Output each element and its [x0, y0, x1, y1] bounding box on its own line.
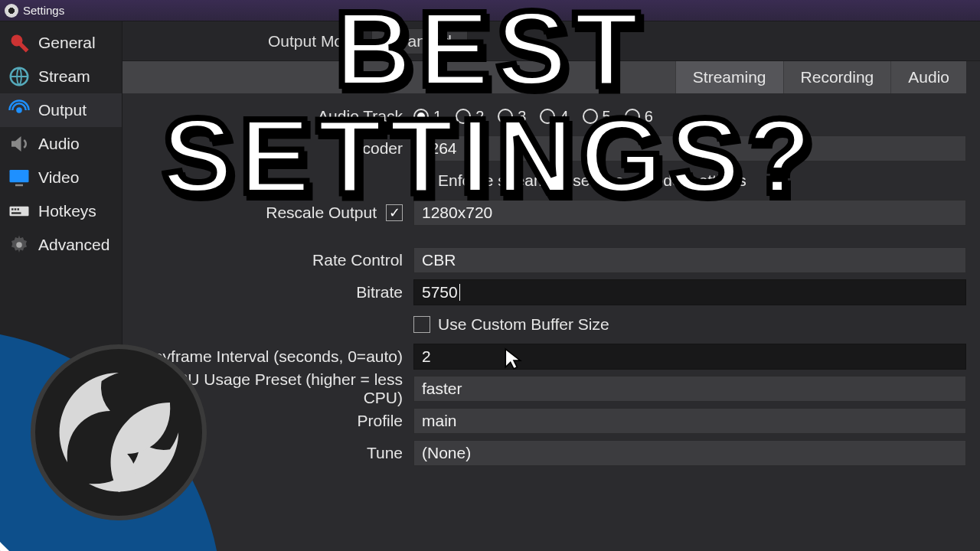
tab-recording[interactable]: Recording [783, 61, 891, 93]
bitrate-label: Bitrate [122, 283, 413, 302]
encoder-select[interactable]: x264 [413, 135, 966, 161]
audio-track-radios: 1 2 3 4 5 6 [413, 108, 966, 126]
svg-rect-6 [15, 208, 17, 210]
svg-point-1 [16, 107, 22, 113]
speaker-icon [6, 131, 32, 157]
sidebar-item-stream[interactable]: Stream [0, 60, 122, 93]
output-mode-select[interactable]: Advanced [371, 28, 467, 54]
sidebar-item-label: Stream [38, 67, 90, 86]
tune-select[interactable]: (None) [413, 440, 966, 466]
audio-track-1-radio[interactable] [413, 109, 429, 124]
audio-track-2-radio[interactable] [456, 109, 471, 124]
audio-track-4-radio[interactable] [540, 109, 555, 124]
sidebar-item-video[interactable]: Video [0, 161, 122, 194]
sidebar-item-audio[interactable]: Audio [0, 127, 122, 161]
window-titlebar: Settings [0, 0, 980, 21]
keyboard-icon [6, 198, 32, 224]
rescale-output-checkbox[interactable] [386, 204, 403, 221]
broadcast-icon [6, 97, 32, 123]
tab-streaming[interactable]: Streaming [675, 61, 783, 93]
svg-rect-3 [15, 184, 23, 187]
audio-track-5-radio[interactable] [583, 109, 598, 124]
sidebar-item-general[interactable]: General [0, 26, 122, 60]
profile-label: Profile [122, 412, 413, 430]
audio-track-6-radio[interactable] [625, 109, 640, 124]
enforce-encoder-checkbox[interactable] [413, 172, 430, 189]
sidebar-item-output[interactable]: Output [0, 93, 122, 127]
sidebar-item-label: Audio [38, 135, 80, 153]
audio-track-label: Audio Track [122, 107, 413, 126]
custom-buffer-label: Use Custom Buffer Size [438, 315, 609, 334]
sidebar-item-advanced[interactable]: Advanced [0, 228, 122, 262]
output-mode-label: Output Mode [268, 32, 361, 51]
output-settings-panel: Streaming Recording Audio Audio Track 1 … [122, 61, 980, 551]
cpu-preset-select[interactable]: faster [413, 376, 966, 402]
app-icon [5, 4, 18, 18]
wrench-icon [6, 30, 32, 56]
output-tabs: Streaming Recording Audio [122, 61, 966, 93]
audio-track-3-radio[interactable] [498, 109, 513, 124]
gear-icon [6, 232, 32, 258]
window-title: Settings [23, 4, 64, 17]
svg-rect-7 [18, 208, 20, 210]
bitrate-input[interactable]: 5750 [413, 279, 966, 305]
sidebar-item-label: Video [38, 168, 79, 187]
sidebar-item-label: Hotkeys [38, 202, 96, 220]
svg-rect-2 [10, 170, 29, 182]
rescale-output-label: Rescale Output [266, 204, 377, 222]
keyframe-input[interactable]: 2 [413, 344, 966, 370]
settings-sidebar: General Stream Output Audio Video Hotkey… [0, 21, 122, 551]
svg-rect-5 [11, 208, 14, 210]
rate-control-select[interactable]: CBR [413, 247, 966, 273]
sidebar-item-label: Output [38, 101, 87, 119]
cpu-preset-label: CPU Usage Preset (higher = less CPU) [122, 370, 413, 407]
tune-label: Tune [122, 444, 413, 462]
svg-rect-4 [10, 207, 29, 217]
profile-select[interactable]: main [413, 408, 966, 434]
sidebar-item-label: Advanced [38, 236, 109, 254]
sidebar-item-label: General [38, 34, 96, 52]
rate-control-label: Rate Control [122, 251, 413, 269]
monitor-icon [6, 165, 32, 191]
globe-icon [6, 64, 32, 90]
encoder-label: Encoder [122, 139, 413, 158]
custom-buffer-checkbox[interactable] [413, 316, 430, 333]
svg-rect-8 [11, 212, 21, 214]
enforce-encoder-label: Enforce streaming service encoder settin… [438, 171, 746, 190]
rescale-output-select[interactable]: 980x551 [413, 200, 966, 226]
keyframe-label: Keyframe Interval (seconds, 0=auto) [122, 347, 413, 366]
tab-audio[interactable]: Audio [890, 61, 966, 93]
sidebar-item-hotkeys[interactable]: Hotkeys [0, 194, 122, 228]
